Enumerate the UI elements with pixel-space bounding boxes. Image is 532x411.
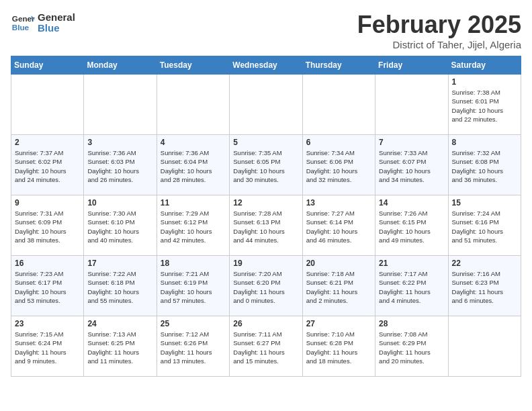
week-row-2: 9Sunrise: 7:31 AM Sunset: 6:09 PM Daylig… <box>11 195 521 256</box>
header: General Blue General Blue February 2025 … <box>11 11 521 50</box>
calendar-cell: 5Sunrise: 7:35 AM Sunset: 6:05 PM Daylig… <box>230 135 302 195</box>
day-info: Sunrise: 7:36 AM Sunset: 6:04 PM Dayligh… <box>161 148 226 184</box>
day-info: Sunrise: 7:32 AM Sunset: 6:08 PM Dayligh… <box>452 148 517 184</box>
calendar-cell: 6Sunrise: 7:34 AM Sunset: 6:06 PM Daylig… <box>302 135 375 195</box>
title-area: February 2025 District of Taher, Jijel, … <box>357 11 521 50</box>
calendar-cell: 19Sunrise: 7:20 AM Sunset: 6:20 PM Dayli… <box>230 256 302 316</box>
day-info: Sunrise: 7:29 AM Sunset: 6:12 PM Dayligh… <box>161 209 226 244</box>
day-number: 5 <box>233 138 298 147</box>
calendar-cell <box>448 316 521 377</box>
calendar-cell: 17Sunrise: 7:22 AM Sunset: 6:18 PM Dayli… <box>84 256 157 316</box>
day-number: 24 <box>87 319 152 328</box>
week-row-1: 2Sunrise: 7:37 AM Sunset: 6:02 PM Daylig… <box>11 135 521 195</box>
day-info: Sunrise: 7:35 AM Sunset: 6:05 PM Dayligh… <box>233 148 298 184</box>
day-number: 13 <box>306 198 371 208</box>
calendar-cell: 28Sunrise: 7:08 AM Sunset: 6:29 PM Dayli… <box>375 316 448 377</box>
day-info: Sunrise: 7:33 AM Sunset: 6:07 PM Dayligh… <box>379 148 444 184</box>
day-info: Sunrise: 7:27 AM Sunset: 6:14 PM Dayligh… <box>306 209 371 244</box>
day-header-tuesday: Tuesday <box>157 56 229 75</box>
day-number: 7 <box>379 138 444 147</box>
day-info: Sunrise: 7:15 AM Sunset: 6:24 PM Dayligh… <box>15 330 80 365</box>
calendar-cell: 7Sunrise: 7:33 AM Sunset: 6:07 PM Daylig… <box>375 135 448 195</box>
calendar-cell <box>375 75 448 135</box>
calendar-cell: 11Sunrise: 7:29 AM Sunset: 6:12 PM Dayli… <box>157 195 229 256</box>
calendar-cell: 22Sunrise: 7:16 AM Sunset: 6:23 PM Dayli… <box>448 256 521 316</box>
calendar-cell: 25Sunrise: 7:12 AM Sunset: 6:26 PM Dayli… <box>157 316 229 377</box>
logo-general: General <box>38 12 75 24</box>
day-info: Sunrise: 7:20 AM Sunset: 6:20 PM Dayligh… <box>233 269 298 305</box>
day-header-friday: Friday <box>375 56 448 75</box>
calendar-cell <box>157 75 229 135</box>
calendar-cell: 27Sunrise: 7:10 AM Sunset: 6:28 PM Dayli… <box>302 316 375 377</box>
calendar-cell <box>84 75 157 135</box>
day-info: Sunrise: 7:38 AM Sunset: 6:01 PM Dayligh… <box>452 88 517 124</box>
day-info: Sunrise: 7:37 AM Sunset: 6:02 PM Dayligh… <box>15 148 80 184</box>
day-info: Sunrise: 7:30 AM Sunset: 6:10 PM Dayligh… <box>87 209 152 244</box>
month-title: February 2025 <box>357 11 521 39</box>
day-number: 22 <box>452 259 517 268</box>
calendar-cell <box>230 75 302 135</box>
day-number: 6 <box>306 138 371 147</box>
calendar-cell: 13Sunrise: 7:27 AM Sunset: 6:14 PM Dayli… <box>302 195 375 256</box>
day-number: 8 <box>452 138 517 147</box>
day-info: Sunrise: 7:22 AM Sunset: 6:18 PM Dayligh… <box>87 269 152 305</box>
day-number: 11 <box>161 198 226 208</box>
day-header-wednesday: Wednesday <box>230 56 302 75</box>
day-number: 15 <box>452 198 517 208</box>
calendar-cell: 16Sunrise: 7:23 AM Sunset: 6:17 PM Dayli… <box>11 256 84 316</box>
day-number: 9 <box>15 198 80 208</box>
day-number: 27 <box>306 319 371 328</box>
day-info: Sunrise: 7:11 AM Sunset: 6:27 PM Dayligh… <box>233 330 298 365</box>
day-number: 25 <box>161 319 226 328</box>
location-title: District of Taher, Jijel, Algeria <box>357 39 521 50</box>
calendar-cell: 26Sunrise: 7:11 AM Sunset: 6:27 PM Dayli… <box>230 316 302 377</box>
week-row-0: 1Sunrise: 7:38 AM Sunset: 6:01 PM Daylig… <box>11 75 521 135</box>
logo: General Blue General Blue <box>11 11 75 35</box>
calendar-table: SundayMondayTuesdayWednesdayThursdayFrid… <box>11 56 521 377</box>
day-info: Sunrise: 7:10 AM Sunset: 6:28 PM Dayligh… <box>306 330 371 365</box>
calendar-header-row: SundayMondayTuesdayWednesdayThursdayFrid… <box>11 56 521 75</box>
day-header-saturday: Saturday <box>448 56 521 75</box>
day-header-sunday: Sunday <box>11 56 84 75</box>
day-info: Sunrise: 7:08 AM Sunset: 6:29 PM Dayligh… <box>379 330 444 365</box>
day-number: 12 <box>233 198 298 208</box>
day-number: 16 <box>15 259 80 268</box>
week-row-3: 16Sunrise: 7:23 AM Sunset: 6:17 PM Dayli… <box>11 256 521 316</box>
calendar-cell: 24Sunrise: 7:13 AM Sunset: 6:25 PM Dayli… <box>84 316 157 377</box>
logo-icon: General Blue <box>11 11 35 35</box>
calendar-cell <box>302 75 375 135</box>
day-info: Sunrise: 7:21 AM Sunset: 6:19 PM Dayligh… <box>161 269 226 305</box>
day-info: Sunrise: 7:16 AM Sunset: 6:23 PM Dayligh… <box>452 269 517 305</box>
calendar-cell: 3Sunrise: 7:36 AM Sunset: 6:03 PM Daylig… <box>84 135 157 195</box>
day-number: 1 <box>452 77 517 87</box>
day-header-thursday: Thursday <box>302 56 375 75</box>
calendar-cell: 18Sunrise: 7:21 AM Sunset: 6:19 PM Dayli… <box>157 256 229 316</box>
day-info: Sunrise: 7:12 AM Sunset: 6:26 PM Dayligh… <box>161 330 226 365</box>
day-header-monday: Monday <box>84 56 157 75</box>
svg-text:Blue: Blue <box>12 23 30 32</box>
day-number: 18 <box>161 259 226 268</box>
week-row-4: 23Sunrise: 7:15 AM Sunset: 6:24 PM Dayli… <box>11 316 521 377</box>
calendar-cell: 2Sunrise: 7:37 AM Sunset: 6:02 PM Daylig… <box>11 135 84 195</box>
day-info: Sunrise: 7:26 AM Sunset: 6:15 PM Dayligh… <box>379 209 444 244</box>
calendar-cell: 14Sunrise: 7:26 AM Sunset: 6:15 PM Dayli… <box>375 195 448 256</box>
calendar-cell: 9Sunrise: 7:31 AM Sunset: 6:09 PM Daylig… <box>11 195 84 256</box>
logo-blue: Blue <box>38 23 75 34</box>
day-number: 21 <box>379 259 444 268</box>
day-number: 4 <box>161 138 226 147</box>
day-info: Sunrise: 7:34 AM Sunset: 6:06 PM Dayligh… <box>306 148 371 184</box>
calendar-cell: 4Sunrise: 7:36 AM Sunset: 6:04 PM Daylig… <box>157 135 229 195</box>
calendar-cell <box>11 75 84 135</box>
day-info: Sunrise: 7:31 AM Sunset: 6:09 PM Dayligh… <box>15 209 80 244</box>
day-number: 19 <box>233 259 298 268</box>
calendar-cell: 20Sunrise: 7:18 AM Sunset: 6:21 PM Dayli… <box>302 256 375 316</box>
calendar-cell: 8Sunrise: 7:32 AM Sunset: 6:08 PM Daylig… <box>448 135 521 195</box>
day-number: 20 <box>306 259 371 268</box>
day-info: Sunrise: 7:28 AM Sunset: 6:13 PM Dayligh… <box>233 209 298 244</box>
day-info: Sunrise: 7:17 AM Sunset: 6:22 PM Dayligh… <box>379 269 444 305</box>
day-number: 26 <box>233 319 298 328</box>
day-number: 17 <box>87 259 152 268</box>
calendar-cell: 21Sunrise: 7:17 AM Sunset: 6:22 PM Dayli… <box>375 256 448 316</box>
day-info: Sunrise: 7:24 AM Sunset: 6:16 PM Dayligh… <box>452 209 517 244</box>
day-number: 2 <box>15 138 80 147</box>
